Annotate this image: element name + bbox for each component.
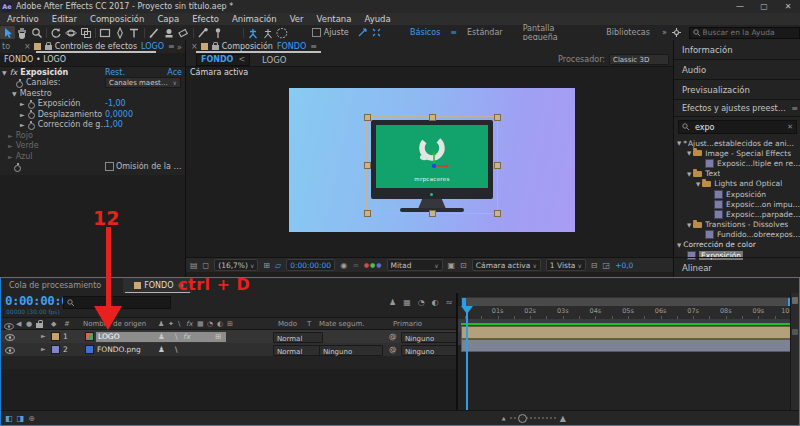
fast-previews-icon[interactable]: ▣ [448, 261, 456, 270]
search-clear-icon[interactable]: ✕ [787, 123, 793, 131]
work-area-start-handle[interactable] [462, 298, 466, 306]
stopwatch-icon[interactable] [28, 100, 35, 108]
tree-item-label[interactable]: Exposic...ltiple en relieve [717, 159, 800, 168]
shape-tool[interactable] [98, 26, 113, 39]
selection-handle[interactable] [429, 114, 436, 121]
comp-tab-fondo[interactable]: FONDO < [196, 54, 250, 66]
eye-icon[interactable] [4, 323, 14, 330]
comp-tab-logo[interactable]: LOGO [262, 55, 286, 65]
tree-item[interactable]: ▼ Corrección de color [674, 240, 800, 250]
reset-link[interactable]: Rest. [105, 68, 125, 77]
shy-switch-icon[interactable]: ♟ [158, 345, 165, 354]
maestro-label[interactable]: Maestro [17, 89, 52, 98]
selection-handle[interactable] [494, 162, 501, 169]
tree-item-label[interactable]: Text [705, 169, 720, 178]
effect-name[interactable]: Exposición [17, 68, 68, 77]
motion-blur-column-icon[interactable]: ◔ [207, 320, 213, 328]
caret-right-icon[interactable]: ► [0, 111, 25, 118]
frame-blend-column-icon[interactable]: ▦ [197, 320, 204, 328]
tree-item-label[interactable]: Exposic...on impulsos [726, 200, 800, 209]
text-tool[interactable] [127, 26, 142, 39]
menu-ayuda[interactable]: Ayuda [364, 14, 390, 24]
snap-options-icon[interactable] [355, 26, 370, 39]
menu-ventana[interactable]: Ventana [317, 14, 352, 24]
tree-item-label[interactable]: Image - Special Effects [705, 149, 791, 158]
workspace-menu-icon[interactable]: ≡ [450, 28, 457, 37]
snapshot-camera-icon[interactable]: ◉ [340, 261, 347, 270]
effect-controls-title[interactable]: Controles de efectos [55, 42, 137, 51]
show-channel-icon[interactable]: ● ● ● [364, 262, 382, 268]
fx-column-icon[interactable]: fx [186, 320, 193, 328]
tree-item[interactable]: ▼ Text [674, 169, 800, 179]
channel-mosaic-icon[interactable]: ▤ [190, 261, 198, 270]
resolution-dropdown[interactable]: Mitad ∨ [387, 259, 443, 271]
tree-item[interactable]: Exposic...on impulsos [674, 199, 800, 209]
caret-down-icon[interactable]: ▼ [696, 181, 700, 187]
tree-item-label[interactable]: Exposic...parpadeante [726, 210, 800, 219]
grid-guides-icon[interactable]: ⊞ [263, 261, 270, 270]
track-matte-dropdown[interactable]: Ninguno ∨ [319, 345, 383, 356]
lock-column-icon[interactable] [36, 323, 43, 328]
brush-tool[interactable] [147, 26, 162, 39]
quality-switch-icon[interactable]: \ [175, 332, 178, 341]
stopwatch-icon[interactable] [28, 110, 35, 118]
selection-handle[interactable] [364, 162, 371, 169]
tree-item-label[interactable]: Ajust...establecidos de animación [688, 139, 800, 148]
exposure-value[interactable]: +0,0 [615, 261, 633, 270]
caret-down-icon[interactable]: ▼ [687, 150, 691, 156]
effects-search-input[interactable] [693, 122, 777, 133]
tree-item-label[interactable]: Transitions - Dissolves [705, 220, 788, 229]
matte-column-header[interactable]: Mate segum. [319, 320, 364, 328]
monitor-icon[interactable]: ◻ [203, 261, 210, 270]
puppet-pin-tool[interactable] [210, 26, 225, 39]
layer-color-chip[interactable] [51, 332, 60, 341]
expand-modes-icon[interactable]: ◨ [17, 414, 25, 423]
help-search-input[interactable] [701, 27, 796, 38]
playhead-line[interactable] [466, 306, 468, 411]
zoom-tool[interactable] [29, 26, 44, 39]
frame-blend-toggle-icon[interactable]: ▦ [403, 298, 411, 307]
expand-inout-icon[interactable]: ⊕ [28, 414, 35, 423]
t-column-header[interactable]: T [307, 320, 311, 328]
exposicion-value[interactable]: -1,00 [105, 99, 126, 108]
stopwatch-icon[interactable] [16, 79, 23, 87]
local-axis-mode-icon[interactable] [246, 26, 261, 39]
view-axis-mode-icon[interactable] [275, 26, 290, 39]
adjustment-column-icon[interactable]: ◐ [217, 320, 223, 328]
expand-layers-icon[interactable]: ◧ [5, 414, 13, 423]
menu-animacion[interactable]: Animación [232, 14, 277, 24]
shy-switch-icon[interactable]: ♟ [158, 332, 165, 341]
caret-down-icon[interactable]: ▼ [0, 69, 7, 76]
tree-item[interactable]: Fundido...obreexposición [674, 230, 800, 240]
snap-checkbox[interactable] [312, 28, 321, 37]
mini-flowchart-icon[interactable]: ◲ [603, 261, 611, 270]
caret-down-icon[interactable]: ▼ [677, 140, 681, 146]
project-tab-truncated[interactable]: to [0, 42, 10, 51]
about-link[interactable]: Ace [167, 68, 182, 77]
tree-item[interactable]: Exposic...ltiple en relieve [674, 158, 800, 168]
omision-checkbox[interactable] [105, 162, 114, 171]
shy-column-icon[interactable]: ♟ [158, 320, 164, 328]
composition-canvas[interactable]: mrpcaceres [289, 88, 575, 232]
blend-mode-dropdown[interactable]: Normal ∨ [273, 332, 323, 343]
mask-expansion-icon[interactable] [369, 26, 384, 39]
panel-menu-icon[interactable]: ≡ [310, 42, 317, 51]
view-layout-dropdown[interactable]: 1 Vista ∨ [546, 259, 586, 271]
zoom-out-mountain-icon[interactable]: ▲ [502, 415, 506, 421]
view-dropdown[interactable]: Cámara activa ∨ [472, 259, 541, 271]
expand-caret-icon[interactable]: ► [41, 345, 46, 352]
workspace-tab-pantalla[interactable]: Pantalla pequeña [523, 24, 587, 42]
selection-handle[interactable] [494, 210, 501, 217]
canales-dropdown[interactable]: Canales maestros ∨ [105, 77, 181, 88]
help-search-box[interactable] [689, 27, 800, 39]
menu-efecto[interactable]: Efecto [192, 14, 219, 24]
mode-column-header[interactable]: Modo [278, 320, 297, 328]
menu-composicion[interactable]: Composición [90, 14, 144, 24]
panel-effects-presets[interactable]: Efectos y ajustes preestablecidos ≡ [674, 100, 800, 117]
number-column-header[interactable]: # [64, 320, 70, 328]
hand-tool[interactable] [15, 26, 30, 39]
collapse-column-icon[interactable]: ✦ [168, 320, 174, 328]
renderer-dropdown[interactable]: Classic 3D [609, 54, 669, 65]
layer-row-fondo[interactable]: ► 2 FONDO.png ♟ \ Normal ∨ Ninguno ∨ @ N… [1, 343, 456, 357]
tree-item-label[interactable]: Fundido...obreexposición [717, 230, 800, 239]
